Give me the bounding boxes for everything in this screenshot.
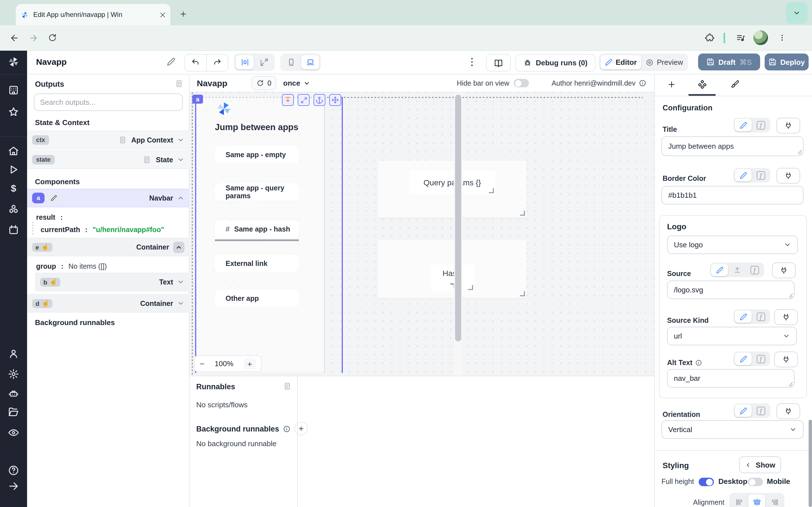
fx-mode-button[interactable]: ƒ (752, 353, 769, 365)
resize-corner[interactable] (520, 211, 525, 216)
settings-tab[interactable] (695, 78, 709, 91)
nav-button-external[interactable]: External link (215, 255, 299, 272)
orientation-select[interactable]: Vertical (661, 420, 804, 439)
insert-tab[interactable] (665, 78, 678, 91)
chevron-down-icon[interactable] (177, 136, 185, 144)
connect-button[interactable] (776, 403, 800, 419)
sidebar-folders-icon[interactable] (8, 407, 19, 418)
resize-corner[interactable] (520, 291, 525, 296)
zoom-in-button[interactable]: + (244, 358, 256, 369)
input-resize-handle[interactable] (788, 293, 793, 298)
fullscreen-component-button[interactable] (298, 94, 310, 106)
constrained-width-button[interactable] (236, 55, 254, 69)
device-toggle[interactable] (748, 478, 763, 486)
query-params-text[interactable]: Query params {} (409, 171, 495, 194)
nav-button-other[interactable]: Other app (215, 290, 299, 307)
input-resize-handle[interactable] (797, 150, 802, 154)
source-kind-select[interactable]: url (667, 327, 797, 345)
runnables-doc-icon[interactable] (283, 382, 292, 390)
anchor-component-button[interactable] (313, 94, 325, 106)
nav-button-empty[interactable]: Same app - empty (215, 146, 299, 163)
reload-button[interactable] (45, 31, 60, 45)
fx-mode-button[interactable]: ƒ (752, 404, 769, 417)
fx-mode-button[interactable]: ƒ (752, 119, 769, 131)
chevron-down-icon[interactable] (177, 300, 185, 307)
windmill-logo[interactable] (7, 56, 20, 68)
zoom-out-button[interactable]: − (200, 359, 205, 369)
border-color-input[interactable] (661, 186, 804, 205)
editor-tab[interactable]: Editor (601, 55, 641, 69)
new-tab-button[interactable] (176, 7, 191, 21)
chevron-down-icon[interactable] (177, 278, 185, 286)
info-icon[interactable] (283, 425, 290, 432)
fx-mode-button[interactable]: ƒ (752, 311, 769, 323)
desktop-view-button[interactable] (301, 55, 319, 69)
deploy-button[interactable]: Deploy (765, 54, 809, 70)
logo-select[interactable]: Use logo (667, 235, 798, 254)
query-params-container[interactable]: Query params {} (378, 161, 527, 217)
static-mode-button[interactable] (711, 264, 728, 276)
browser-profile-avatar[interactable] (753, 31, 768, 45)
static-mode-button[interactable] (735, 404, 752, 417)
sidebar-help-icon[interactable] (8, 465, 19, 476)
state-row[interactable]: state State (27, 151, 190, 169)
extensions-icon[interactable] (702, 31, 717, 45)
styling-show-button[interactable]: Show (739, 456, 781, 473)
static-mode-button[interactable] (735, 353, 752, 365)
rename-app-icon[interactable] (167, 57, 175, 66)
outputs-doc-icon[interactable] (175, 79, 183, 88)
browser-tab[interactable]: Edit App u/henri/navapp | Win (16, 4, 170, 25)
upload-mode-button[interactable] (728, 264, 746, 276)
sidebar-settings-icon[interactable] (8, 369, 19, 380)
component-d-row[interactable]: d☝ Container (27, 294, 190, 313)
search-outputs-input[interactable] (34, 94, 183, 111)
alt-text-input[interactable] (667, 369, 795, 388)
nav-button-hash[interactable]: #Same app - hash (215, 220, 299, 238)
connect-button[interactable] (774, 351, 798, 367)
forward-button[interactable] (26, 31, 41, 45)
add-background-runnable-button[interactable] (294, 422, 308, 436)
align-right-button[interactable] (766, 495, 783, 507)
styling-tab[interactable] (728, 78, 742, 91)
component-b-row[interactable]: b☝ Text (35, 273, 190, 291)
more-options-icon[interactable] (468, 55, 476, 69)
title-input[interactable] (661, 136, 804, 156)
sidebar-home-icon[interactable] (8, 145, 19, 157)
fx-mode-button[interactable]: ƒ (752, 169, 769, 181)
canvas-scrollbar-thumb[interactable] (455, 95, 461, 341)
docs-button[interactable] (486, 54, 511, 71)
debug-runs-button[interactable]: Debug runs (0) (515, 54, 596, 71)
current-path-entry[interactable]: currentPath : "u/henri/navapp#foo" (41, 224, 164, 234)
connect-button[interactable] (772, 263, 796, 278)
edit-id-chip[interactable] (47, 194, 60, 202)
hash-text[interactable]: Hash: "f (432, 265, 474, 291)
static-mode-button[interactable] (735, 311, 752, 323)
move-component-button[interactable] (329, 94, 341, 106)
component-a-row[interactable]: a Navbar (27, 189, 190, 207)
refresh-mode-select[interactable]: once (283, 79, 310, 87)
sidebar-billing-icon[interactable]: $ (8, 183, 19, 194)
expand-component-button[interactable] (282, 94, 294, 106)
fx-mode-button[interactable]: ƒ (746, 264, 763, 276)
resize-corner[interactable] (489, 188, 494, 193)
sidebar-audit-icon[interactable] (8, 427, 19, 438)
doc-icon[interactable] (143, 156, 151, 164)
input-resize-handle[interactable] (788, 382, 793, 386)
sidebar-favorites-icon[interactable] (8, 107, 19, 118)
canvas[interactable]: a Jump between apps Same app - empty Sam… (190, 93, 654, 376)
align-left-button[interactable] (731, 495, 748, 507)
preview-tab[interactable]: Preview (642, 55, 686, 69)
connect-button[interactable] (776, 168, 800, 184)
sidebar-users-icon[interactable] (8, 348, 19, 359)
source-input[interactable] (667, 281, 795, 299)
panel-scrollbar-thumb[interactable] (809, 420, 812, 507)
hide-bar-toggle[interactable] (514, 79, 529, 87)
align-center-button[interactable] (748, 495, 765, 507)
static-mode-button[interactable] (735, 169, 752, 181)
sidebar-resources-icon[interactable] (8, 204, 19, 215)
sidebar-runs-icon[interactable] (8, 164, 19, 175)
redo-button[interactable] (207, 59, 228, 67)
connect-button[interactable] (776, 118, 800, 133)
ctx-row[interactable]: ctx App Context (27, 131, 190, 149)
connect-button[interactable] (774, 309, 798, 325)
